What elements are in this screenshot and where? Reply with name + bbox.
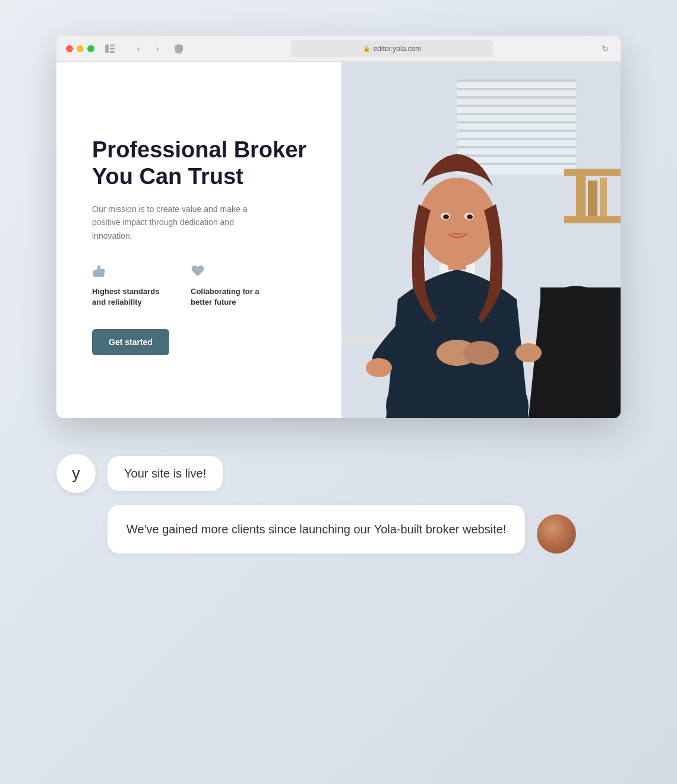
site-live-bubble: Your site is live! <box>107 456 223 491</box>
svg-point-33 <box>515 343 542 362</box>
window-controls <box>66 45 94 52</box>
svg-rect-11 <box>457 121 576 124</box>
chat-section: y Your site is live! We've gained more c… <box>56 448 621 559</box>
yola-avatar: y <box>56 454 96 493</box>
close-button[interactable] <box>66 45 73 52</box>
svg-point-29 <box>443 214 449 219</box>
chat-bubble-left: y Your site is live! <box>56 454 621 493</box>
svg-rect-14 <box>457 146 576 148</box>
svg-rect-7 <box>457 88 576 90</box>
svg-rect-6 <box>457 80 576 82</box>
svg-rect-2 <box>110 48 115 49</box>
svg-rect-8 <box>457 96 576 99</box>
hero-title: Professional Broker You Can Trust <box>92 137 312 191</box>
chat-bubble-right: We've gained more clients since launchin… <box>56 505 621 554</box>
svg-rect-1 <box>110 45 115 46</box>
svg-rect-12 <box>457 129 576 132</box>
svg-rect-13 <box>457 138 576 140</box>
feature-item-1: Highest standards and reliability <box>92 264 169 308</box>
svg-point-26 <box>419 178 496 267</box>
forward-button[interactable]: › <box>149 40 166 57</box>
svg-point-30 <box>467 214 473 219</box>
svg-rect-20 <box>588 181 597 216</box>
svg-rect-18 <box>564 216 621 223</box>
svg-rect-9 <box>457 105 576 107</box>
feature-1-label: Highest standards and reliability <box>92 286 169 308</box>
svg-rect-17 <box>564 169 621 176</box>
browser-window: ‹ › 🔒 editor.yola.com ↻ Professional Bro… <box>56 36 621 418</box>
address-bar[interactable]: 🔒 editor.yola.com <box>291 40 493 57</box>
browser-toolbar: ‹ › 🔒 editor.yola.com ↻ <box>56 36 621 62</box>
website-right-panel <box>341 62 621 418</box>
website-left-panel: Professional Broker You Can Trust Our mi… <box>56 62 341 418</box>
website-content: Professional Broker You Can Trust Our mi… <box>56 62 621 418</box>
lock-icon: 🔒 <box>363 45 370 52</box>
svg-point-31 <box>366 358 392 377</box>
features-row: Highest standards and reliability Collab… <box>92 264 312 308</box>
svg-rect-21 <box>600 178 607 216</box>
reload-button[interactable]: ↻ <box>599 43 611 55</box>
svg-rect-3 <box>110 51 115 53</box>
svg-point-35 <box>463 341 499 365</box>
privacy-icon <box>173 43 185 55</box>
sidebar-icon[interactable] <box>102 40 118 57</box>
user-avatar <box>537 514 576 554</box>
testimonial-bubble: We've gained more clients since launchin… <box>107 505 525 554</box>
heart-icon <box>191 264 268 282</box>
thumbs-up-icon <box>92 264 169 282</box>
hero-subtitle: Our mission is to create value and make … <box>92 203 258 242</box>
maximize-button[interactable] <box>87 45 94 52</box>
feature-item-2: Collaborating for a better future <box>191 264 268 308</box>
url-text: editor.yola.com <box>374 45 422 53</box>
hero-image <box>341 62 621 418</box>
svg-rect-10 <box>457 113 576 115</box>
svg-rect-15 <box>457 154 576 157</box>
svg-rect-19 <box>576 176 586 216</box>
get-started-button[interactable]: Get started <box>92 329 169 355</box>
user-avatar-image <box>537 514 576 554</box>
svg-rect-5 <box>457 80 576 175</box>
feature-2-label: Collaborating for a better future <box>191 286 268 308</box>
minimize-button[interactable] <box>77 45 84 52</box>
svg-rect-0 <box>105 45 109 53</box>
back-button[interactable]: ‹ <box>130 40 147 57</box>
browser-nav: ‹ › <box>130 40 166 57</box>
